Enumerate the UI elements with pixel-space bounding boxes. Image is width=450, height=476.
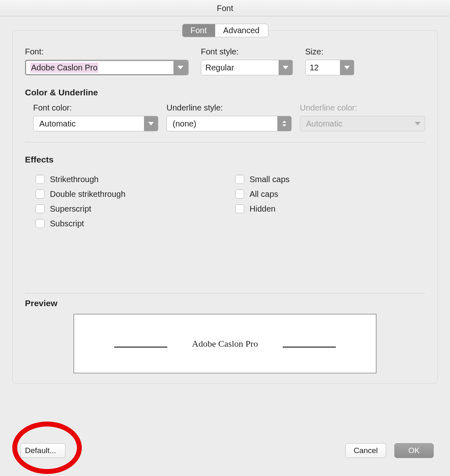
font-style-label: Font style: (201, 47, 293, 56)
effect-double-strikethrough[interactable]: Double strikethrough (34, 188, 225, 200)
color-underline-heading: Color & Underline (25, 88, 425, 97)
font-value: Adobe Caslon Pro (30, 63, 98, 73)
checkbox[interactable] (36, 175, 45, 184)
checkbox-label: Hidden (250, 204, 275, 214)
font-color-label: Font color: (33, 103, 158, 113)
size-label: Size: (305, 47, 425, 56)
font-color-select[interactable]: Automatic (33, 116, 158, 131)
effect-subscript[interactable]: Subscript (34, 218, 225, 229)
chevron-down-icon[interactable] (173, 61, 187, 74)
checkbox-label: Double strikethrough (50, 189, 126, 199)
window-title: Font (0, 0, 450, 16)
tab-font[interactable]: Font (182, 24, 215, 37)
checkbox-label: Subscript (50, 219, 84, 228)
checkbox-label: All caps (250, 189, 278, 199)
underline-style-value: (none) (173, 119, 196, 129)
font-style-combo[interactable]: Regular (201, 60, 293, 75)
stepper-icon[interactable] (277, 116, 291, 131)
checkbox[interactable] (36, 189, 45, 199)
checkbox[interactable] (235, 189, 244, 199)
chevron-down-icon[interactable] (279, 60, 292, 75)
size-combo[interactable]: 12 (305, 60, 354, 75)
effect-all-caps[interactable]: All caps (234, 188, 425, 200)
font-style-value: Regular (205, 63, 234, 72)
divider (25, 142, 425, 142)
preview-sample-text: Adobe Caslon Pro (192, 338, 258, 349)
underline-style-select[interactable]: (none) (166, 116, 292, 131)
font-color-value: Automatic (39, 119, 76, 129)
font-combo[interactable]: Adobe Caslon Pro (25, 60, 189, 75)
font-panel: Font: Adobe Caslon Pro Font style: Regul… (12, 30, 438, 384)
preview-rule (114, 347, 167, 347)
tab-advanced[interactable]: Advanced (215, 24, 268, 37)
chevron-down-icon[interactable] (340, 60, 354, 75)
divider (25, 293, 425, 293)
underline-style-label: Underline style: (166, 103, 292, 113)
underline-color-select: Automatic (300, 116, 425, 131)
checkbox-label: Superscript (50, 204, 91, 214)
dialog-footer: Default... Cancel OK (0, 439, 450, 476)
font-label: Font: (25, 47, 189, 56)
checkbox[interactable] (36, 219, 45, 228)
ok-button[interactable]: OK (394, 443, 434, 458)
effect-strikethrough[interactable]: Strikethrough (34, 174, 225, 185)
underline-color-value: Automatic (306, 119, 342, 129)
checkbox[interactable] (36, 204, 45, 213)
default-button[interactable]: Default... (20, 443, 65, 458)
underline-color-label: Underline color: (300, 103, 425, 113)
chevron-down-icon (411, 116, 425, 131)
preview-heading: Preview (25, 298, 425, 308)
checkbox-label: Strikethrough (50, 175, 99, 184)
effect-small-caps[interactable]: Small caps (234, 174, 425, 185)
cancel-button[interactable]: Cancel (345, 443, 386, 458)
tab-group: Font Advanced (182, 24, 268, 37)
chevron-down-icon[interactable] (144, 116, 158, 131)
checkbox[interactable] (235, 175, 244, 184)
preview-rule (283, 347, 336, 347)
size-value: 12 (310, 63, 319, 72)
preview-box: Adobe Caslon Pro (74, 314, 376, 373)
checkbox-label: Small caps (250, 175, 290, 184)
checkbox[interactable] (235, 204, 244, 213)
effect-hidden[interactable]: Hidden (234, 203, 425, 214)
effects-heading: Effects (25, 155, 425, 165)
effect-superscript[interactable]: Superscript (34, 203, 225, 214)
